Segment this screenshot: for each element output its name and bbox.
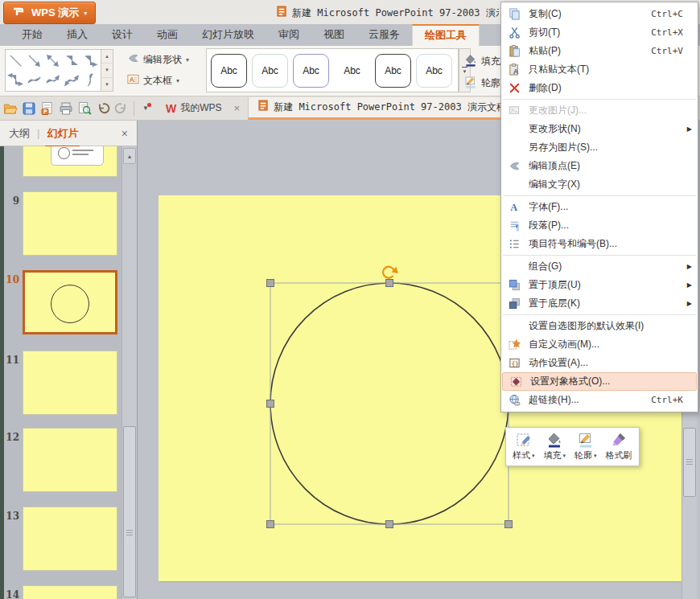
shape-glyph-s-curve[interactable]	[81, 71, 100, 91]
ribbon-tab-2[interactable]: 插入	[55, 24, 100, 46]
paste-icon	[506, 45, 522, 58]
tab-outline[interactable]: 大纲	[9, 126, 30, 141]
text-box-button[interactable]: A 文本框 ▾	[127, 72, 179, 89]
shape-glyph-double-arrow[interactable]	[43, 51, 62, 71]
slide-thumbnail-12[interactable]: 12	[4, 428, 121, 494]
tab-slides[interactable]: 幻灯片	[47, 126, 78, 141]
menu-item-19[interactable]: {}动作设置(A)...	[501, 354, 698, 372]
resize-handle-se[interactable]	[505, 521, 513, 528]
mini-fill-button[interactable]: 填充▾	[541, 431, 569, 462]
ribbon-tab-9[interactable]: 绘图工具	[412, 24, 480, 46]
menu-item-8[interactable]: 另存为图片(S)...	[501, 138, 698, 157]
resize-handle-sw[interactable]	[267, 521, 274, 528]
menu-item-12[interactable]: ¶段落(P)...	[501, 216, 698, 235]
shape-style-2[interactable]: Abc	[252, 54, 288, 88]
slide-number: 11	[5, 355, 19, 366]
app-menu-button[interactable]: WPS 演示 ▾	[3, 2, 96, 24]
chevron-down-icon: ▾	[563, 453, 566, 459]
redo-button[interactable]	[113, 100, 130, 117]
menu-item-16[interactable]: 置于底层(K)▶	[501, 294, 698, 313]
close-icon[interactable]: ×	[234, 102, 241, 114]
mini-style-button[interactable]: 样式▾	[510, 431, 537, 462]
shape-glyph-elbow[interactable]	[63, 51, 81, 71]
text-box-icon: A	[127, 73, 139, 88]
slide-thumbnail-9[interactable]: 9	[4, 191, 121, 257]
shape-glyph-elbow-double-arrow[interactable]	[6, 71, 25, 91]
menu-item-5[interactable]: 删除(D)	[501, 79, 698, 97]
resize-handle-n[interactable]	[386, 280, 393, 287]
gallery-scroll-down-icon[interactable]: ▼	[101, 64, 113, 77]
ribbon-tab-3[interactable]: 设计	[100, 24, 145, 46]
menu-item-10[interactable]: 编辑文字(X)	[501, 175, 698, 194]
menu-item-21[interactable]: 超链接(H)...Ctrl+K	[501, 391, 698, 409]
scroll-up-icon[interactable]: ▲	[123, 148, 136, 164]
menu-item-18[interactable]: 自定义动画(M)...	[501, 335, 698, 354]
menu-item-1[interactable]: 复制(C)Ctrl+C	[501, 5, 698, 23]
menu-item-7[interactable]: 更改形状(N)▶	[501, 120, 698, 138]
menu-item-15[interactable]: 置于顶层(U)▶	[501, 276, 698, 294]
resize-handle-nw[interactable]	[267, 280, 274, 287]
save-button[interactable]	[20, 100, 37, 117]
ribbon-tab-5[interactable]: 幻灯片放映	[190, 24, 266, 46]
gallery-more-icon[interactable]: ▼	[101, 78, 113, 91]
export-icon: P	[40, 101, 55, 116]
toolbar-options-button[interactable]: ▼	[138, 101, 153, 117]
tab-my-wps[interactable]: W 我的WPS ×	[158, 96, 248, 120]
undo-button[interactable]	[94, 100, 111, 117]
shape-style-5[interactable]: Abc	[375, 54, 411, 88]
shape-glyph-curve[interactable]	[25, 71, 43, 91]
close-icon[interactable]: ×	[121, 127, 128, 140]
open-button[interactable]	[2, 100, 19, 117]
undo-icon	[96, 101, 110, 116]
shape-style-1[interactable]: Abc	[211, 54, 247, 88]
shape-style-6[interactable]: Abc	[416, 54, 452, 88]
slide-thumbnail-10[interactable]: 10	[4, 270, 121, 336]
resize-handle-s[interactable]	[386, 521, 393, 528]
menu-item-4[interactable]: A只粘贴文本(T)	[501, 60, 698, 79]
shape-glyph-line[interactable]	[6, 51, 25, 71]
mini-outline-button[interactable]: 轮廓▾	[572, 431, 599, 462]
outline-button[interactable]: 轮廓	[464, 74, 500, 92]
menu-item-3[interactable]: 粘贴(P)Ctrl+V	[501, 42, 698, 60]
ribbon-tab-6[interactable]: 审阅	[266, 24, 311, 46]
slide-thumbnail-14[interactable]: 14	[4, 585, 121, 599]
menu-item-2[interactable]: 剪切(T)Ctrl+X	[501, 23, 698, 42]
menu-item-13[interactable]: 项目符号和编号(B)...	[501, 235, 698, 253]
menu-item-label: 置于顶层(U)	[529, 278, 693, 292]
fill-button[interactable]: 填充	[464, 52, 500, 70]
shape-glyph-elbow-arrow[interactable]	[81, 51, 100, 71]
shape-glyph-curve-double-arrow[interactable]	[63, 71, 81, 91]
panel-scrollbar-thumb[interactable]	[123, 426, 136, 597]
gallery-scroll-up-icon[interactable]: ▲	[101, 50, 113, 64]
menu-item-14[interactable]: 组合(G)▶	[501, 257, 698, 276]
ribbon-tab-7[interactable]: 视图	[311, 24, 356, 46]
shape-style-4[interactable]: Abc	[334, 54, 370, 88]
ribbon-tab-1[interactable]: 开始	[10, 24, 55, 46]
edit-shape-button[interactable]: 编辑形状 ▾	[127, 51, 189, 68]
shape-glyph-arrow[interactable]	[25, 51, 43, 71]
paragraph-icon: ¶	[506, 219, 522, 232]
format-painter-button[interactable]: 格式刷	[603, 431, 635, 462]
vertical-scrollbar-thumb[interactable]	[683, 428, 696, 497]
thumbnail-sketch-line	[72, 154, 89, 155]
print-button[interactable]	[57, 100, 74, 117]
ribbon-tab-4[interactable]: 动画	[145, 24, 190, 46]
shape-glyph-curve-arrow[interactable]	[43, 71, 62, 91]
ribbon-tab-8[interactable]: 云服务	[356, 24, 412, 46]
menu-item-20[interactable]: 设置对象格式(O)...	[502, 372, 697, 391]
shape-style-3[interactable]: Abc	[293, 54, 329, 88]
menu-item-shortcut: Ctrl+K	[651, 395, 683, 405]
slide-thumbnail-11[interactable]: 11	[4, 351, 121, 416]
app-menu-label: WPS 演示	[31, 6, 79, 20]
menu-item-label: 置于底层(K)	[529, 297, 693, 310]
print-preview-button[interactable]	[76, 100, 93, 117]
slide-thumbnail-13[interactable]: 13	[4, 507, 121, 572]
menu-item-17[interactable]: 设置自选图形的默认效果(I)	[501, 317, 698, 335]
resize-handle-w[interactable]	[267, 400, 274, 408]
chevron-down-icon: ▾	[176, 77, 179, 84]
export-button[interactable]: P	[39, 100, 56, 117]
menu-item-9[interactable]: 编辑顶点(E)	[501, 157, 698, 175]
circle-shape[interactable]	[270, 283, 509, 524]
edit-shape-icon	[127, 52, 139, 67]
menu-item-11[interactable]: A字体(F)...	[501, 198, 698, 216]
